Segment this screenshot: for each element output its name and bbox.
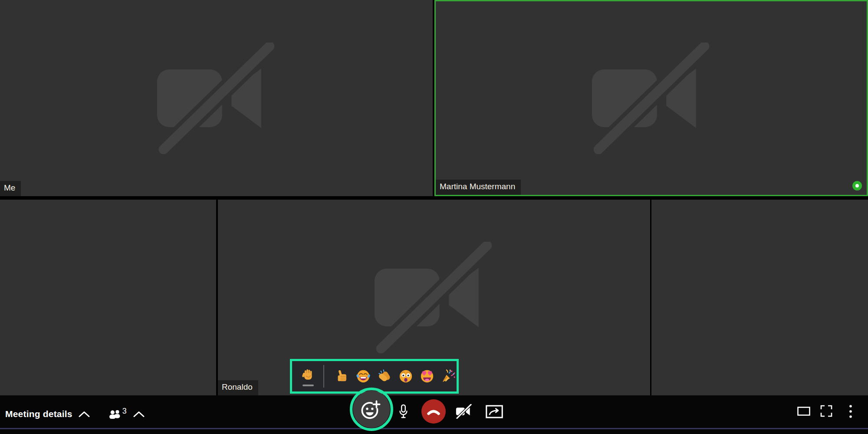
toolbar-expand-button[interactable] [133, 411, 145, 418]
thumbs-up-reaction-button[interactable] [335, 369, 349, 384]
more-options-button[interactable] [847, 404, 854, 419]
meeting-window: Me Martina Mustermann Ronaldo [0, 0, 868, 434]
fullscreen-icon [820, 405, 832, 417]
participant-name-label: Ronaldo [218, 380, 258, 395]
reactions-bar [292, 361, 457, 391]
participants-count-badge: 3 [122, 407, 127, 416]
camera-off-icon [455, 404, 473, 419]
chevron-up-icon [133, 411, 145, 418]
hangup-button[interactable] [421, 399, 446, 424]
participants-button[interactable]: 3 [108, 409, 127, 419]
video-tile-ronaldo[interactable]: Ronaldo [218, 200, 650, 395]
thumbs-up-emoji-icon [335, 369, 349, 384]
emoji-reactions-button[interactable] [353, 391, 390, 428]
reactions-divider [323, 365, 324, 388]
clapping-reaction-button[interactable] [377, 369, 392, 384]
heart-eyes-emoji-icon [420, 369, 434, 384]
meeting-details-button[interactable]: Meeting details [5, 409, 90, 419]
laughing-reaction-button[interactable] [356, 369, 371, 384]
surprised-reaction-button[interactable] [398, 369, 413, 384]
kebab-menu-icon [848, 404, 853, 419]
camera-off-icon [369, 242, 499, 353]
speaking-indicator-dot [852, 181, 862, 191]
clapping-emoji-icon [377, 369, 392, 384]
participants-icon [108, 409, 122, 419]
stage-filler-left [0, 200, 216, 395]
raise-hand-emoji-icon [302, 368, 315, 381]
raise-hand-reaction-button[interactable] [298, 366, 318, 386]
microphone-icon [398, 404, 409, 419]
reactions-bar-highlight-annotation [290, 359, 459, 394]
selected-reaction-underline [302, 385, 314, 386]
emoji-plus-icon [360, 398, 383, 421]
video-tile-martina-mustermann[interactable]: Martina Mustermann [434, 0, 868, 196]
stage-filler-right [651, 200, 868, 395]
reactions-emoji-row [335, 369, 456, 384]
participant-name-label: Me [0, 181, 21, 196]
share-screen-button[interactable] [486, 404, 503, 419]
microphone-button[interactable] [395, 403, 411, 420]
chevron-up-icon [78, 411, 90, 418]
video-tile-me[interactable]: Me [0, 0, 433, 196]
toolbar-left-group: Meeting details 3 [5, 395, 145, 433]
laughing-emoji-icon [356, 369, 371, 384]
tile-view-icon [797, 407, 810, 416]
hangup-handset-icon [427, 408, 441, 416]
party-popper-reaction-button[interactable] [441, 369, 456, 384]
tile-view-button[interactable] [797, 407, 810, 416]
toolbar-bottom-divider [0, 428, 868, 429]
party-popper-emoji-icon [441, 369, 456, 384]
heart-eyes-reaction-button[interactable] [420, 369, 434, 384]
surprised-emoji-icon [398, 369, 413, 384]
camera-off-icon [586, 43, 717, 154]
camera-off-button[interactable] [455, 403, 473, 420]
meeting-details-label: Meeting details [5, 409, 72, 419]
share-screen-icon [486, 405, 503, 418]
participant-name-label: Martina Mustermann [436, 180, 521, 195]
fullscreen-button[interactable] [820, 405, 832, 417]
camera-off-icon [151, 43, 282, 154]
